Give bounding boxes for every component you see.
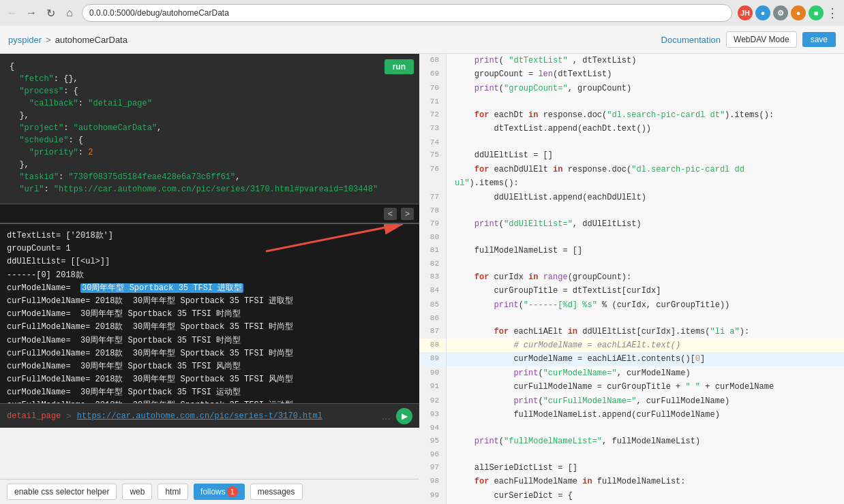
line-number: 74 <box>419 136 447 149</box>
line-number: 78 <box>419 204 447 217</box>
highlight-model-name: 30周年年型 Sportback 35 TFSI 进取型 <box>80 283 243 293</box>
css-selector-button[interactable]: enable css selector helper <box>7 484 117 500</box>
line-number <box>419 176 447 190</box>
line-content <box>447 422 844 435</box>
line-number: 92 <box>419 394 447 408</box>
line-number: 91 <box>419 380 447 394</box>
code-line-94: 94 <box>419 422 844 435</box>
code-line-78: 78 <box>419 204 844 217</box>
line-content: ddUlEltList.append(eachDdUlElt) <box>447 191 844 204</box>
line-number: 88 <box>419 338 447 352</box>
line-content: curModelName = eachLiAElt.contents()[0] <box>447 352 844 366</box>
header-actions: Documentation WebDAV Mode save <box>661 31 836 48</box>
code-editor[interactable]: run { "fetch": {}, "process": { "callbac… <box>0 54 419 204</box>
line-number: 93 <box>419 408 447 422</box>
code-line-84: 84 curGroupTitle = dtTextList[curIdx] <box>419 284 844 298</box>
code-line-70: 70 print("groupCount=", groupCount) <box>419 82 844 95</box>
line-content: allSerieDictList = [] <box>447 461 844 475</box>
code-line-76b: ul").items(): <box>419 176 844 190</box>
documentation-link[interactable]: Documentation <box>661 35 721 45</box>
line-content: groupCount = len(dtTextList) <box>447 67 844 81</box>
web-button[interactable]: web <box>122 484 152 500</box>
line-content: curFullModelName = curGroupTitle + " " +… <box>447 380 844 394</box>
code-content: { "fetch": {}, "process": { "callback": … <box>0 54 419 204</box>
line-content: print("groupCount=", groupCount) <box>447 82 844 95</box>
ext-icon-gear: ⚙ <box>773 5 788 20</box>
ext-icon-green: ■ <box>809 5 824 20</box>
main-content: run { "fetch": {}, "process": { "callbac… <box>0 54 844 504</box>
line-number: 86 <box>419 312 447 325</box>
output-line-2: groupCount= 1 <box>7 242 412 255</box>
line-content <box>447 231 844 244</box>
line-number: 72 <box>419 108 447 122</box>
editor-nav-bar: < > <box>0 204 419 223</box>
breadcrumb-pyspider[interactable]: pyspider <box>8 35 42 45</box>
forward-button[interactable]: → <box>25 6 38 20</box>
code-line-80: 80 <box>419 231 844 244</box>
code-line-86: 86 <box>419 312 844 325</box>
url-bar: detail_page > https://car.autohome.com.c… <box>0 403 419 428</box>
code-line-76: 76 for eachDdUlElt in response.doc("dl.s… <box>419 163 844 176</box>
line-content <box>447 448 844 461</box>
address-bar[interactable]: 0.0.0.0:5000/debug/autohomeCarData <box>82 4 732 22</box>
output-line-8: curFullModelName= 2018款 30周年年型 Sportback… <box>7 321 412 334</box>
follows-button[interactable]: follows1 <box>194 484 245 500</box>
code-line-88: 88 # curModelName = eachLiAElt.text() <box>419 338 844 352</box>
code-line-82: 82 <box>419 257 844 270</box>
url-bar-play-button[interactable]: ▶ <box>396 408 412 424</box>
output-line-4: ------[0] 2018款 <box>7 269 412 282</box>
output-line-7: curModelName= 30周年年型 Sportback 35 TFSI 时… <box>7 308 412 321</box>
code-line-71: 71 <box>419 95 844 108</box>
line-number: 81 <box>419 244 447 257</box>
url-bar-arrow: > <box>66 411 72 421</box>
url-bar-link[interactable]: https://car.autohome.com.cn/pic/series-t… <box>77 411 322 421</box>
output-line-14: curFullModelName= 2018款 30周年年型 Sportback… <box>7 399 412 403</box>
line-number: 68 <box>419 54 447 67</box>
line-number: 84 <box>419 284 447 298</box>
more-options-button[interactable]: ⋮ <box>826 5 839 20</box>
browser-icons: JH ● ⚙ ● ■ ⋮ <box>738 5 839 20</box>
line-content: # curModelName = eachLiAElt.text() <box>447 338 844 352</box>
output-line-13: curModelName= 30周年年型 Sportback 35 TFSI 运… <box>7 386 412 399</box>
code-line-93: 93 fullModelNameList.append(curFullModel… <box>419 408 844 422</box>
url-text: 0.0.0.0:5000/debug/autohomeCarData <box>89 8 229 18</box>
line-number: 83 <box>419 270 447 284</box>
line-content <box>447 136 844 149</box>
messages-button[interactable]: messages <box>250 484 303 500</box>
editor-next-button[interactable]: > <box>401 208 414 220</box>
line-content: print("------[%d] %s" % (curIdx, curGrou… <box>447 298 844 312</box>
editor-prev-button[interactable]: < <box>384 208 397 220</box>
ext-icon-orange: ● <box>791 5 806 20</box>
code-line-69: 69 groupCount = len(dtTextList) <box>419 67 844 81</box>
line-number: 70 <box>419 82 447 95</box>
output-panel: dtTextList= ['2018款'] groupCount= 1 ddUl… <box>0 223 419 403</box>
line-number: 97 <box>419 461 447 475</box>
right-panel: 68 print( "dtTextList" , dtTextList) 69 … <box>419 54 844 504</box>
follows-label: follows <box>200 487 226 497</box>
output-line-1: dtTextList= ['2018款'] <box>7 230 412 242</box>
url-bar-more[interactable]: ... <box>382 410 391 422</box>
line-content: print("curModelName=", curModelName) <box>447 366 844 380</box>
line-number: 94 <box>419 422 447 435</box>
line-number: 90 <box>419 366 447 380</box>
line-number: 76 <box>419 163 447 176</box>
output-line-12: curFullModelName= 2018款 30周年年型 Sportback… <box>7 373 412 386</box>
line-content: curSerieDict = { <box>447 489 844 503</box>
bottom-bar: enable css selector helper web html foll… <box>0 479 419 504</box>
output-line-3: ddUlEltList= [[<ul>]] <box>7 255 412 268</box>
line-number: 89 <box>419 352 447 366</box>
refresh-button[interactable]: ↻ <box>44 6 57 20</box>
webdav-button[interactable]: WebDAV Mode <box>726 31 797 48</box>
back-button[interactable]: ← <box>5 6 19 20</box>
home-button[interactable]: ⌂ <box>63 6 76 20</box>
line-content: print("curFullModelName=", curFullModelN… <box>447 394 844 408</box>
run-button[interactable]: run <box>385 59 414 74</box>
line-number: 79 <box>419 217 447 231</box>
line-number: 98 <box>419 475 447 488</box>
save-button[interactable]: save <box>802 32 836 47</box>
output-line-9: curModelName= 30周年年型 Sportback 35 TFSI 时… <box>7 334 412 347</box>
html-button[interactable]: html <box>157 484 188 500</box>
line-content: for eachFullModelName in fullModelNameLi… <box>447 475 844 488</box>
line-content <box>447 312 844 325</box>
line-number: 73 <box>419 122 447 136</box>
